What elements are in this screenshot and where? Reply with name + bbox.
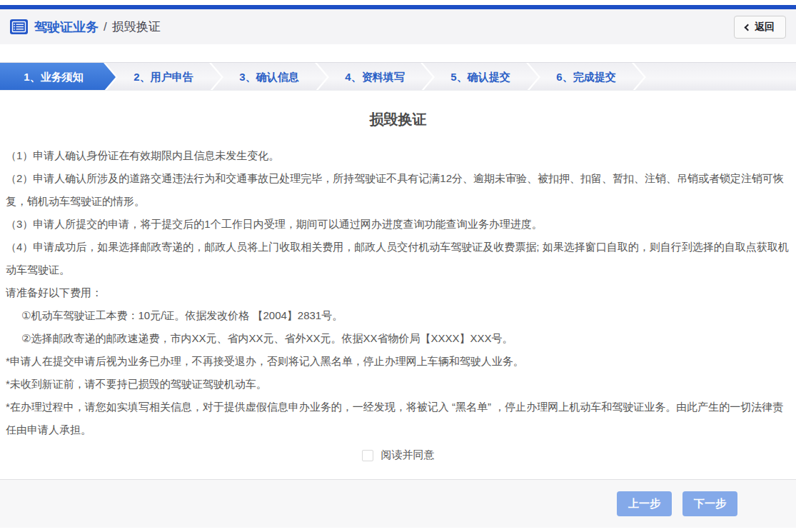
next-step-button[interactable]: 下一步 bbox=[682, 491, 737, 516]
notice-paragraph-6: ①机动车驾驶证工本费：10元/证。依据发改价格 【2004】2831号。 bbox=[6, 304, 790, 327]
previous-step-button[interactable]: 上一步 bbox=[617, 491, 672, 516]
wizard-step-filler bbox=[634, 63, 796, 91]
notice-paragraph-10: *在办理过程中，请您如实填写相关信息，对于提供虚假信息申办业务的，一经发现，将被… bbox=[6, 396, 790, 441]
wizard-step-5-confirm-submit: 5、确认提交 bbox=[423, 63, 538, 91]
wizard-step-1-business-notice: 1、业务须知 bbox=[0, 63, 116, 91]
wizard-step-6-complete-submit: 6、完成提交 bbox=[528, 63, 644, 91]
notice-paragraph-9: *未收到新证前，请不要持已损毁的驾驶证驾驶机动车。 bbox=[6, 373, 790, 396]
notice-paragraph-5: 请准备好以下费用： bbox=[6, 281, 790, 304]
notice-paragraph-4: （4）申请成功后，如果选择邮政寄递的，邮政人员将上门收取相关费用，邮政人员交付机… bbox=[6, 236, 790, 281]
notice-text-block: （1）申请人确认身份证在有效期限内且信息未发生变化。 （2）申请人确认所涉及的道… bbox=[0, 144, 796, 441]
wizard-step-3-confirm-info: 3、确认信息 bbox=[211, 63, 327, 91]
agree-row: 阅读并同意 bbox=[0, 448, 796, 462]
notice-paragraph-3: （3）申请人所提交的申请，将于提交后的1个工作日内受理，期间可以通过网办进度查询… bbox=[6, 213, 790, 236]
breadcrumb-separator: / bbox=[104, 20, 107, 34]
agree-label[interactable]: 阅读并同意 bbox=[381, 448, 435, 462]
list-icon bbox=[10, 19, 28, 34]
back-button-label: 返回 bbox=[755, 21, 775, 34]
notice-paragraph-2: （2）申请人确认所涉及的道路交通违法行为和交通事故已处理完毕，所持驾驶证不具有记… bbox=[6, 167, 790, 213]
wizard-step-2-user-declaration: 2、用户申告 bbox=[106, 63, 221, 91]
agree-checkbox[interactable] bbox=[362, 450, 373, 461]
chevron-left-icon bbox=[745, 24, 752, 31]
notice-paragraph-8: *申请人在提交申请后视为业务已办理，不再接受退办，否则将记入黑名单，停止办理网上… bbox=[6, 350, 790, 373]
top-margin bbox=[0, 0, 796, 5]
notice-paragraph-1: （1）申请人确认身份证在有效期限内且信息未发生变化。 bbox=[6, 144, 790, 167]
wizard-step-4-fill-materials: 4、资料填写 bbox=[317, 63, 433, 91]
page-header: 驾驶证业务 / 损毁换证 返回 bbox=[0, 9, 796, 44]
footer-action-bar: 上一步 下一步 bbox=[0, 479, 796, 528]
step-wizard: 1、业务须知 2、用户申告 3、确认信息 4、资料填写 5、确认提交 6、完成提… bbox=[0, 62, 796, 91]
back-button[interactable]: 返回 bbox=[734, 16, 786, 39]
breadcrumb-section: 驾驶证业务 bbox=[34, 19, 99, 36]
page-title: 损毁换证 bbox=[0, 110, 796, 129]
breadcrumb-page: 损毁换证 bbox=[112, 19, 161, 35]
notice-paragraph-7: ②选择邮政寄递的邮政速递费，市内XX元、省内XX元、省外XX元。依据XX省物价局… bbox=[6, 327, 790, 350]
